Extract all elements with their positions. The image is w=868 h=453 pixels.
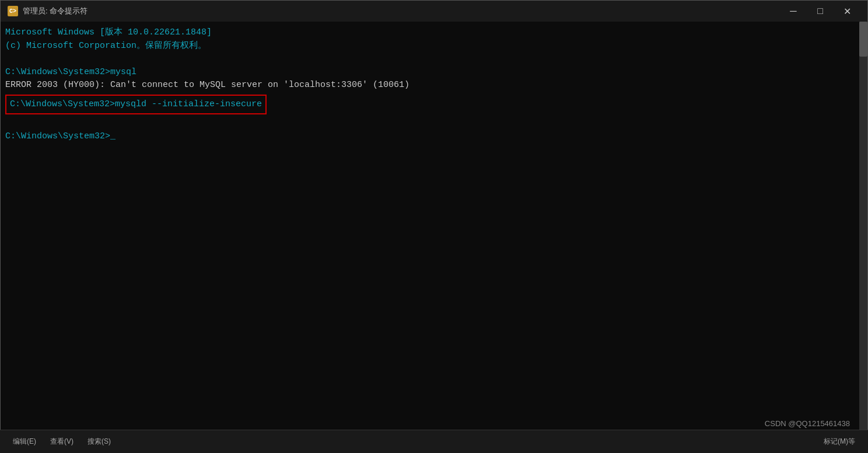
window-icon: C> (8, 6, 18, 16)
terminal-line-3 (5, 53, 863, 66)
scrollbar-thumb[interactable] (859, 22, 867, 57)
terminal-line-4: C:\Windows\System32>mysql (5, 66, 863, 79)
taskbar-item-2[interactable]: 搜索(S) (80, 434, 118, 449)
window-controls: ─ □ ✕ (780, 1, 860, 22)
taskbar-area: 编辑(E) 查看(V) 搜索(S) 标记(M)等 (0, 430, 868, 453)
taskbar-item-1[interactable]: 查看(V) (43, 434, 80, 449)
watermark: CSDN @QQ1215461438 (765, 419, 850, 428)
cmd-window: C> 管理员: 命令提示符 ─ □ ✕ Microsoft Windows [版… (0, 0, 868, 453)
minimize-button[interactable]: ─ (780, 1, 807, 22)
close-button[interactable]: ✕ (834, 1, 860, 22)
terminal-line-8: C:\Windows\System32>_ (5, 130, 863, 144)
terminal-line-7 (5, 117, 863, 130)
window-title: 管理员: 命令提示符 (23, 6, 780, 16)
terminal-body[interactable]: Microsoft Windows [版本 10.0.22621.1848] (… (1, 22, 867, 452)
title-bar: C> 管理员: 命令提示符 ─ □ ✕ (1, 1, 867, 22)
taskbar-item-0[interactable]: 编辑(E) (6, 434, 43, 449)
highlighted-command-wrapper: C:\Windows\System32>mysqld --initialize-… (5, 93, 863, 116)
terminal-line-1: Microsoft Windows [版本 10.0.22621.1848] (5, 26, 863, 40)
taskbar-item-right[interactable]: 标记(M)等 (817, 434, 862, 449)
terminal-line-2: (c) Microsoft Corporation。保留所有权利。 (5, 40, 863, 53)
terminal-line-5: ERROR 2003 (HY000): Can't connect to MyS… (5, 79, 863, 92)
scrollbar[interactable] (859, 22, 867, 452)
highlighted-command-line: C:\Windows\System32>mysqld --initialize-… (5, 95, 267, 115)
maximize-button[interactable]: □ (807, 1, 834, 22)
